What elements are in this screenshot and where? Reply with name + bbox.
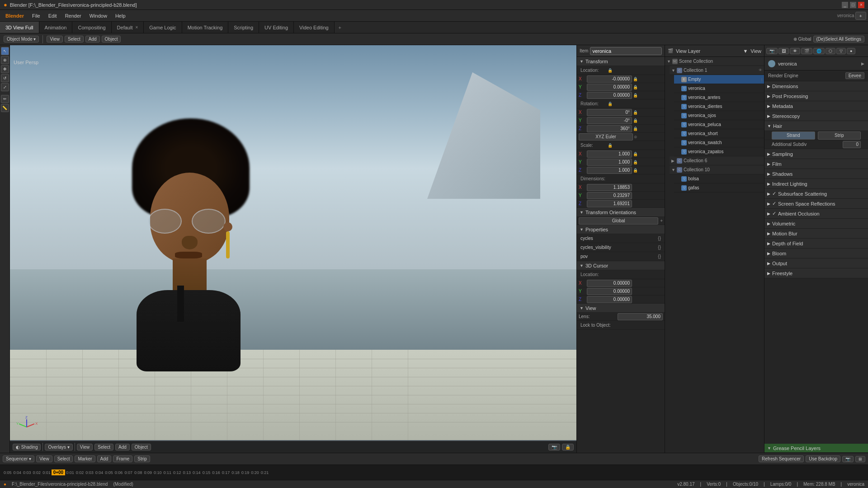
- use-backdrop-button[interactable]: Use Backdrop: [806, 455, 840, 462]
- add-button[interactable]: Add: [85, 36, 100, 42]
- render-view-icon[interactable]: 👁: [790, 48, 800, 54]
- transform-orientations-section[interactable]: ▼ Transform Orientations: [577, 208, 665, 217]
- rotation-x-input[interactable]: [587, 109, 632, 116]
- additional-subdiv-input[interactable]: [843, 141, 861, 148]
- veronica-dientes-item[interactable]: ▽ veronica_dientes: [674, 102, 764, 111]
- select-tool[interactable]: ↖: [1, 47, 9, 55]
- cursor-z-input[interactable]: [587, 296, 632, 303]
- render-scene-icon[interactable]: 🎬: [801, 48, 812, 54]
- render-menu[interactable]: Render: [61, 12, 85, 19]
- seq-strip-button[interactable]: Strip: [134, 455, 150, 462]
- tab-scripting[interactable]: Scripting: [228, 22, 259, 33]
- shadows-section[interactable]: ▶ Shadows: [764, 169, 868, 179]
- workspace-add[interactable]: +: [855, 12, 866, 20]
- postprocessing-section[interactable]: ▶ Post Processing: [764, 91, 868, 101]
- tab-3dview[interactable]: 3D View Full: [0, 22, 39, 33]
- annotate-tool[interactable]: ✏: [1, 95, 9, 103]
- ao-section[interactable]: ▶ ✓ Ambient Occlusion: [764, 209, 868, 219]
- veronica-ojos-item[interactable]: ▽ veronica_ojos: [674, 111, 764, 120]
- seq-add-button[interactable]: Add: [97, 455, 112, 462]
- sss-section[interactable]: ▶ ✓ Subsurface Scattering: [764, 189, 868, 199]
- cursor-tool[interactable]: ⊕: [1, 56, 9, 64]
- stereoscopy-section[interactable]: ▶ Stereoscopy: [764, 111, 868, 121]
- film-section[interactable]: ▶ Film: [764, 159, 868, 169]
- veronica-zapatos-item[interactable]: ▽ veronica_zapatos: [674, 147, 764, 156]
- sss-checkbox[interactable]: ✓: [772, 191, 776, 197]
- seq-view-button[interactable]: View: [36, 455, 52, 462]
- viewport-overlays-button[interactable]: Overlays ▾: [45, 444, 72, 450]
- veronica-aretes-item[interactable]: ▽ veronica_aretes: [674, 93, 764, 102]
- viewport-lock-icon[interactable]: 🔒: [562, 444, 574, 450]
- metadata-section[interactable]: ▶ Metadata: [764, 101, 868, 111]
- viewport[interactable]: X Y Z User Persp ◐ Shading Overlays ▾ Vi…: [10, 45, 576, 453]
- dim-y-input[interactable]: [587, 192, 632, 199]
- ssr-section[interactable]: ▶ ✓ Screen Space Reflections: [764, 199, 868, 209]
- collection10-item[interactable]: ▼ C Collection 10: [670, 165, 764, 174]
- select-button[interactable]: Select: [65, 36, 84, 42]
- viewport-view-button[interactable]: View: [77, 444, 93, 450]
- bolsa-item[interactable]: ▽ bolsa: [674, 174, 764, 183]
- render-expand-icon[interactable]: ▶: [861, 61, 864, 66]
- tab-uvediting[interactable]: UV Editing: [259, 22, 294, 33]
- seq-cam-icon[interactable]: 📷: [842, 456, 854, 462]
- cursor-x-input[interactable]: [587, 280, 632, 287]
- scene-view-label[interactable]: View: [750, 48, 761, 54]
- scene-collection-item[interactable]: ▼ SC Scene Collection: [665, 57, 764, 66]
- tab-default-close[interactable]: ×: [135, 25, 138, 30]
- veronica-swatch-item[interactable]: ▽ veronica_swatch: [674, 138, 764, 147]
- rotate-tool[interactable]: ↺: [1, 74, 9, 82]
- tab-default[interactable]: Default ×: [112, 22, 144, 33]
- location-z-input[interactable]: [587, 92, 632, 99]
- veronica-peluca-item[interactable]: ▽ veronica_peluca: [674, 120, 764, 129]
- render-world-icon[interactable]: 🌐: [813, 48, 825, 54]
- hair-section[interactable]: ▼ Hair: [764, 121, 868, 131]
- tab-motiontracking[interactable]: Motion Tracking: [182, 22, 229, 33]
- item-name-input[interactable]: [590, 47, 662, 55]
- properties-section[interactable]: ▼ Properties: [577, 225, 665, 234]
- transform-section[interactable]: ▼ Transform: [577, 57, 665, 66]
- help-menu[interactable]: Help: [112, 12, 129, 19]
- viewport-shading-selector[interactable]: ◐ Shading: [13, 444, 41, 450]
- ao-checkbox[interactable]: ✓: [772, 211, 776, 216]
- mode-selector[interactable]: Object Mode ▾: [4, 36, 39, 42]
- grease-pencil-section[interactable]: ▼ Grease Pencil Layers: [764, 444, 868, 453]
- move-tool[interactable]: ✥: [1, 65, 9, 73]
- seq-extra-icon[interactable]: ⊞: [855, 456, 865, 462]
- deselect-all-button[interactable]: (De)Select All Settings: [813, 36, 865, 42]
- tab-gamelogic[interactable]: Game Logic: [144, 22, 182, 33]
- collection6-item[interactable]: ▶ C Collection 6: [670, 156, 764, 165]
- collection1-item[interactable]: ▼ C Collection 1 👁: [670, 66, 764, 75]
- viewport-add-button[interactable]: Add: [115, 444, 130, 450]
- view-button[interactable]: View: [47, 36, 63, 42]
- view-section[interactable]: ▼ View: [577, 304, 665, 313]
- measure-tool[interactable]: 📏: [1, 104, 9, 112]
- seq-marker-button[interactable]: Marker: [75, 455, 95, 462]
- dim-z-input[interactable]: [587, 200, 632, 207]
- tab-animation[interactable]: Animation: [39, 22, 73, 33]
- freestyle-section[interactable]: ▶ Freestyle: [764, 268, 868, 278]
- refresh-sequencer-button[interactable]: Refresh Sequencer: [759, 455, 804, 462]
- orientations-add[interactable]: +: [660, 218, 663, 223]
- object-button[interactable]: Object: [102, 36, 121, 42]
- render-output-icon[interactable]: 🖼: [778, 48, 789, 54]
- blender-menu[interactable]: Blender: [2, 12, 28, 19]
- render-object-icon[interactable]: ⬡: [826, 48, 835, 54]
- location-y-input[interactable]: [587, 84, 632, 91]
- viewport-object-button[interactable]: Object: [132, 444, 151, 450]
- render-material-icon[interactable]: ●: [847, 48, 855, 54]
- gafas-item[interactable]: ▽ gafas: [674, 183, 764, 192]
- lens-input[interactable]: [618, 313, 663, 320]
- tab-compositing[interactable]: Compositing: [72, 22, 111, 33]
- seq-select-button[interactable]: Select: [54, 455, 73, 462]
- veronica-short-item[interactable]: ▽ veronica_short: [674, 129, 764, 138]
- edit-menu[interactable]: Edit: [45, 12, 61, 19]
- tab-add-button[interactable]: +: [335, 22, 345, 33]
- cursor-y-input[interactable]: [587, 288, 632, 295]
- scale-x-input[interactable]: [587, 150, 632, 158]
- output-section[interactable]: ▶ Output: [764, 258, 868, 268]
- scale-z-input[interactable]: [587, 167, 632, 174]
- strip-button[interactable]: Strip: [818, 131, 861, 140]
- cursor-section[interactable]: ▼ 3D Cursor: [577, 261, 665, 270]
- scale-y-input[interactable]: [587, 159, 632, 166]
- rotation-z-input[interactable]: [587, 125, 632, 132]
